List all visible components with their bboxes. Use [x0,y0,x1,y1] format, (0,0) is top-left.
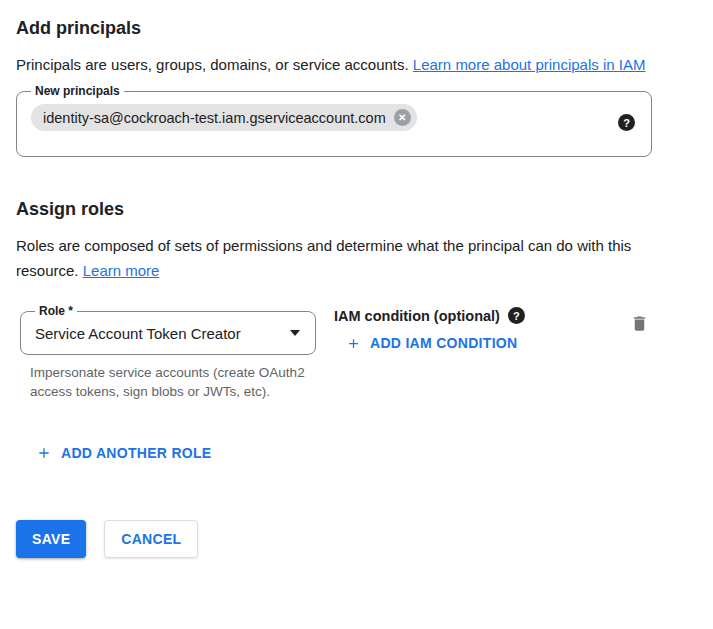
iam-condition-help-icon[interactable]: ? [508,307,525,324]
add-iam-condition-label: ADD IAM CONDITION [370,335,517,351]
page-title: Add principals [16,16,697,40]
save-button[interactable]: SAVE [16,520,86,558]
learn-more-roles-link[interactable]: Learn more [83,262,160,279]
role-selected-value: Service Account Token Creator [35,325,241,342]
add-another-role-label: ADD ANOTHER ROLE [61,445,212,461]
trash-icon [630,313,649,334]
assign-roles-title: Assign roles [16,197,697,221]
iam-condition-column: IAM condition (optional) ? ADD IAM CONDI… [334,305,525,354]
dialog-actions: SAVE CANCEL [16,520,697,558]
new-principals-label: New principals [31,85,124,98]
role-helper-text: Impersonate service accounts (create OAu… [20,363,310,401]
role-row: Role * Service Account Token Creator Imp… [20,305,657,401]
plus-icon [346,336,361,351]
role-column: Role * Service Account Token Creator Imp… [20,305,316,401]
add-iam-condition-button[interactable]: ADD IAM CONDITION [346,335,517,351]
plus-icon [36,445,52,461]
principals-description-text: Principals are users, groups, domains, o… [16,56,413,73]
role-label: Role * [35,305,77,318]
iam-condition-label: IAM condition (optional) [334,308,500,324]
chip-remove-icon[interactable]: ✕ [394,109,411,126]
chevron-down-icon [289,330,301,337]
new-principals-field[interactable]: New principals identity-sa@cockroach-tes… [16,85,652,157]
cancel-button[interactable]: CANCEL [104,520,198,558]
principal-chip-value: identity-sa@cockroach-test.iam.gservicea… [43,110,386,126]
roles-description: Roles are composed of sets of permission… [16,233,671,283]
new-principals-help-icon[interactable]: ? [618,114,635,131]
role-select[interactable]: Role * Service Account Token Creator [20,305,316,355]
learn-more-principals-link[interactable]: Learn more about principals in IAM [413,56,646,73]
add-another-role-button[interactable]: ADD ANOTHER ROLE [36,445,212,461]
principal-chip: identity-sa@cockroach-test.iam.gservicea… [31,104,417,131]
principals-description: Principals are users, groups, domains, o… [16,52,671,77]
delete-role-button[interactable] [628,311,651,339]
add-principals-panel: Add principals Principals are users, gro… [0,0,713,558]
